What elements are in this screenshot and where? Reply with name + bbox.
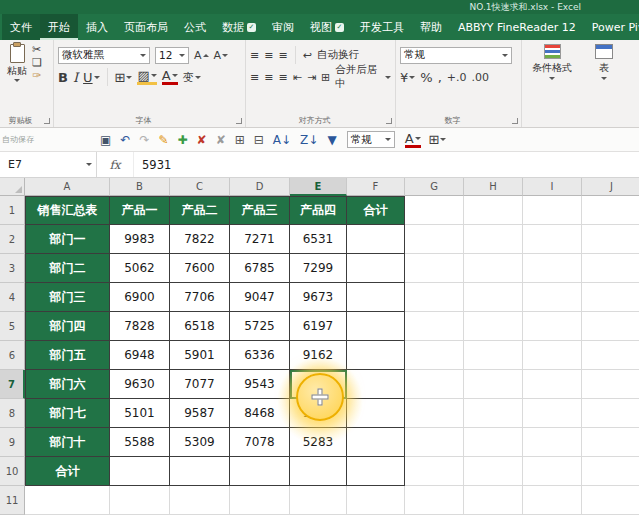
fill-color-button[interactable]: ▨ [137, 69, 156, 85]
cell-J3[interactable] [582, 254, 639, 283]
cell-J2[interactable] [582, 225, 639, 254]
cell-A11[interactable] [25, 486, 110, 515]
cell-H9[interactable] [464, 428, 523, 457]
merge-cells-icon[interactable]: ⊟ [254, 134, 264, 146]
cell-F3[interactable] [347, 254, 405, 283]
cell-J5[interactable] [582, 312, 639, 341]
cell-E1[interactable]: 产品四 [290, 196, 347, 225]
cell-D9[interactable]: 7078 [230, 428, 290, 457]
cell-C2[interactable]: 7822 [170, 225, 230, 254]
column-header-D[interactable]: D [230, 178, 290, 196]
cell-I11[interactable] [523, 486, 582, 515]
cell-B1[interactable]: 产品一 [110, 196, 170, 225]
format-painter-icon[interactable]: ✚ [178, 134, 188, 146]
undo-icon[interactable]: ↶ [120, 134, 130, 146]
tab-review[interactable]: 审阅 [264, 14, 302, 40]
bold-button[interactable]: B [58, 71, 68, 84]
cell-C4[interactable]: 7706 [170, 283, 230, 312]
tab-data[interactable]: 数据✓ [214, 14, 264, 40]
cell-B9[interactable]: 5588 [110, 428, 170, 457]
select-all-corner[interactable] [0, 178, 25, 196]
cell-J10[interactable] [582, 457, 639, 486]
cell-G6[interactable] [405, 341, 464, 370]
cell-D7[interactable]: 9543 [230, 370, 290, 399]
cell-G9[interactable] [405, 428, 464, 457]
cell-J6[interactable] [582, 341, 639, 370]
row-header-11[interactable]: 11 [0, 486, 25, 515]
cell-H5[interactable] [464, 312, 523, 341]
cell-F1[interactable]: 合计 [347, 196, 405, 225]
sort-asc-icon[interactable]: A↓ [273, 134, 291, 146]
format-as-table-button[interactable]: 表 [578, 44, 630, 80]
cell-I4[interactable] [523, 283, 582, 312]
grow-font-button[interactable]: A [194, 50, 209, 61]
cell-A2[interactable]: 部门一 [25, 225, 110, 254]
align-left-icon[interactable]: ≡ [250, 72, 259, 83]
cell-E10[interactable] [290, 457, 347, 486]
cell-E9[interactable]: 5283 [290, 428, 347, 457]
format-painter-icon[interactable]: ✑ [32, 70, 42, 81]
autosave-label[interactable]: 自动保存 [2, 134, 36, 145]
cell-A5[interactable]: 部门四 [25, 312, 110, 341]
increase-decimal-button[interactable]: +.0 [447, 72, 467, 83]
cell-I10[interactable] [523, 457, 582, 486]
alignment-dialog-launcher[interactable] [386, 118, 392, 124]
cell-H4[interactable] [464, 283, 523, 312]
row-header-9[interactable]: 9 [0, 428, 25, 457]
column-header-G[interactable]: G [405, 178, 464, 196]
column-header-I[interactable]: I [523, 178, 582, 196]
cell-H11[interactable] [464, 486, 523, 515]
cell-B7[interactable]: 9630 [110, 370, 170, 399]
decrease-decimal-button[interactable]: .00 [472, 72, 490, 83]
tab-view[interactable]: 视图✓ [302, 14, 352, 40]
number-dialog-launcher[interactable] [512, 118, 518, 124]
merge-center-button[interactable]: 合并后居中 [335, 63, 380, 91]
font-name-combo[interactable]: 微软雅黑 [58, 47, 150, 64]
cell-B11[interactable] [110, 486, 170, 515]
cell-B3[interactable]: 5062 [110, 254, 170, 283]
tab-power-pivot[interactable]: Power Pivot [584, 14, 639, 40]
cell-E7[interactable]: 5931 [290, 370, 347, 399]
tab-help[interactable]: 帮助 [412, 14, 450, 40]
cell-F7[interactable] [347, 370, 405, 399]
cell-C8[interactable]: 9587 [170, 399, 230, 428]
number-format-combo[interactable]: 常规 [400, 47, 512, 64]
tab-page-layout[interactable]: 页面布局 [116, 14, 176, 40]
align-middle-icon[interactable]: ≡ [264, 50, 273, 61]
cell-F8[interactable] [347, 399, 405, 428]
qat-font-color-button[interactable]: A [405, 132, 421, 148]
cell-J7[interactable] [582, 370, 639, 399]
cell-C9[interactable]: 5309 [170, 428, 230, 457]
cell-I9[interactable] [523, 428, 582, 457]
borders-button[interactable]: ⊞ [115, 71, 133, 84]
cell-I7[interactable] [523, 370, 582, 399]
save-icon[interactable]: ▣ [100, 134, 111, 146]
cell-B8[interactable]: 5101 [110, 399, 170, 428]
increase-indent-icon[interactable]: ⇥ [307, 72, 316, 83]
cell-I3[interactable] [523, 254, 582, 283]
row-header-7[interactable]: 7 [0, 370, 25, 399]
cell-D10[interactable] [230, 457, 290, 486]
align-center-icon[interactable]: ≡ [264, 72, 273, 83]
borders-icon[interactable]: ⊞ [235, 134, 245, 146]
cell-G4[interactable] [405, 283, 464, 312]
tab-formulas[interactable]: 公式 [176, 14, 214, 40]
cell-F10[interactable] [347, 457, 405, 486]
cell-D5[interactable]: 5725 [230, 312, 290, 341]
cell-G8[interactable] [405, 399, 464, 428]
cell-E11[interactable] [290, 486, 347, 515]
cell-H10[interactable] [464, 457, 523, 486]
column-header-C[interactable]: C [170, 178, 230, 196]
cell-H6[interactable] [464, 341, 523, 370]
cell-A3[interactable]: 部门二 [25, 254, 110, 283]
cell-G7[interactable] [405, 370, 464, 399]
column-header-B[interactable]: B [110, 178, 170, 196]
sort-desc-icon[interactable]: Z↓ [300, 134, 318, 146]
cell-C3[interactable]: 7600 [170, 254, 230, 283]
delete-icon[interactable]: ✘ [197, 134, 207, 146]
name-box[interactable]: E7 [0, 152, 97, 177]
cell-A4[interactable]: 部门三 [25, 283, 110, 312]
cell-E8[interactable]: 9702 [290, 399, 347, 428]
cell-B6[interactable]: 6948 [110, 341, 170, 370]
cell-D3[interactable]: 6785 [230, 254, 290, 283]
